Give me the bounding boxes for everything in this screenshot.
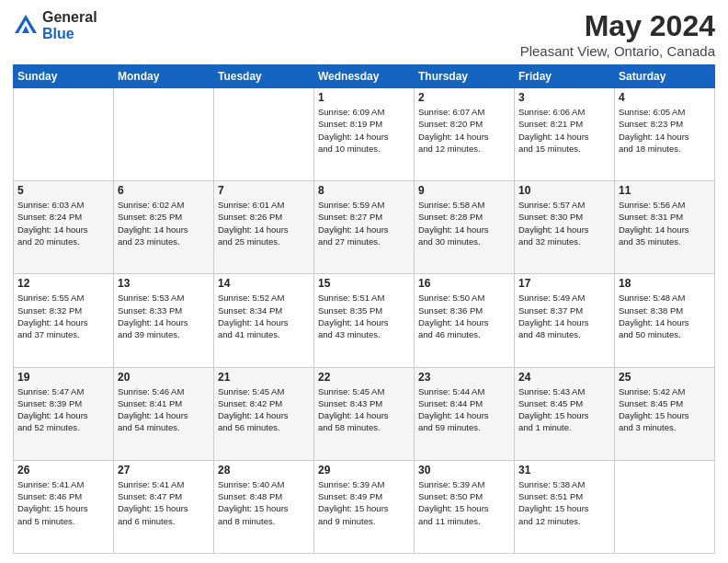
calendar-cell: 14Sunrise: 5:52 AM Sunset: 8:34 PM Dayli… (214, 274, 314, 367)
calendar-cell: 9Sunrise: 5:58 AM Sunset: 8:28 PM Daylig… (415, 181, 515, 274)
main-title: May 2024 (520, 9, 715, 43)
day-info: Sunrise: 5:58 AM Sunset: 8:28 PM Dayligh… (418, 199, 510, 247)
logo-text: General Blue (42, 9, 97, 41)
day-number: 25 (619, 371, 711, 384)
day-info: Sunrise: 5:41 AM Sunset: 8:46 PM Dayligh… (17, 478, 109, 527)
day-number: 2 (418, 91, 510, 104)
day-info: Sunrise: 5:39 AM Sunset: 8:49 PM Dayligh… (318, 478, 410, 527)
calendar-week-4: 19Sunrise: 5:47 AM Sunset: 8:39 PM Dayli… (14, 367, 715, 460)
day-info: Sunrise: 6:09 AM Sunset: 8:19 PM Dayligh… (318, 106, 410, 155)
day-info: Sunrise: 6:07 AM Sunset: 8:20 PM Dayligh… (418, 106, 510, 155)
calendar-cell: 20Sunrise: 5:46 AM Sunset: 8:41 PM Dayli… (114, 367, 214, 460)
day-number: 1 (318, 91, 410, 104)
day-number: 23 (418, 371, 510, 384)
calendar-cell: 2Sunrise: 6:07 AM Sunset: 8:20 PM Daylig… (415, 88, 515, 181)
calendar-cell: 11Sunrise: 5:56 AM Sunset: 8:31 PM Dayli… (615, 181, 715, 274)
day-info: Sunrise: 5:46 AM Sunset: 8:41 PM Dayligh… (118, 385, 210, 434)
day-number: 4 (619, 91, 711, 104)
calendar-cell: 29Sunrise: 5:39 AM Sunset: 8:49 PM Dayli… (314, 460, 415, 553)
col-sunday: Sunday (14, 65, 114, 88)
day-info: Sunrise: 5:38 AM Sunset: 8:51 PM Dayligh… (518, 478, 610, 527)
subtitle: Pleasant View, Ontario, Canada (520, 43, 715, 59)
day-info: Sunrise: 5:57 AM Sunset: 8:30 PM Dayligh… (518, 199, 610, 247)
day-number: 26 (17, 464, 109, 477)
calendar-cell: 24Sunrise: 5:43 AM Sunset: 8:45 PM Dayli… (515, 367, 615, 460)
day-info: Sunrise: 5:49 AM Sunset: 8:37 PM Dayligh… (518, 292, 610, 340)
day-info: Sunrise: 5:59 AM Sunset: 8:27 PM Dayligh… (318, 199, 410, 247)
calendar-cell: 18Sunrise: 5:48 AM Sunset: 8:38 PM Dayli… (615, 274, 715, 367)
day-info: Sunrise: 5:40 AM Sunset: 8:48 PM Dayligh… (218, 478, 310, 527)
calendar-cell: 6Sunrise: 6:02 AM Sunset: 8:25 PM Daylig… (114, 181, 214, 274)
day-number: 14 (218, 277, 310, 290)
day-number: 3 (518, 91, 610, 104)
col-tuesday: Tuesday (214, 65, 314, 88)
day-number: 10 (518, 184, 610, 197)
day-number: 5 (17, 184, 109, 197)
day-info: Sunrise: 5:53 AM Sunset: 8:33 PM Dayligh… (118, 292, 210, 340)
calendar-cell (14, 88, 114, 181)
day-info: Sunrise: 5:42 AM Sunset: 8:45 PM Dayligh… (619, 385, 711, 434)
calendar-cell: 26Sunrise: 5:41 AM Sunset: 8:46 PM Dayli… (14, 460, 114, 553)
day-number: 22 (318, 371, 410, 384)
calendar-cell (114, 88, 214, 181)
day-number: 30 (418, 464, 510, 477)
col-monday: Monday (114, 65, 214, 88)
calendar-cell: 8Sunrise: 5:59 AM Sunset: 8:27 PM Daylig… (314, 181, 415, 274)
calendar-week-1: 1Sunrise: 6:09 AM Sunset: 8:19 PM Daylig… (14, 88, 715, 181)
day-number: 15 (318, 277, 410, 290)
calendar-cell: 21Sunrise: 5:45 AM Sunset: 8:42 PM Dayli… (214, 367, 314, 460)
day-number: 19 (17, 371, 109, 384)
day-info: Sunrise: 5:45 AM Sunset: 8:43 PM Dayligh… (318, 385, 410, 434)
calendar-cell: 16Sunrise: 5:50 AM Sunset: 8:36 PM Dayli… (415, 274, 515, 367)
day-number: 12 (17, 277, 109, 290)
day-info: Sunrise: 6:02 AM Sunset: 8:25 PM Dayligh… (118, 199, 210, 247)
day-info: Sunrise: 5:56 AM Sunset: 8:31 PM Dayligh… (619, 199, 711, 247)
calendar-cell: 15Sunrise: 5:51 AM Sunset: 8:35 PM Dayli… (314, 274, 415, 367)
day-info: Sunrise: 5:41 AM Sunset: 8:47 PM Dayligh… (118, 478, 210, 527)
day-number: 6 (118, 184, 210, 197)
calendar-header-row: Sunday Monday Tuesday Wednesday Thursday… (14, 65, 715, 88)
calendar-cell (214, 88, 314, 181)
calendar-cell: 19Sunrise: 5:47 AM Sunset: 8:39 PM Dayli… (14, 367, 114, 460)
calendar-cell: 3Sunrise: 6:06 AM Sunset: 8:21 PM Daylig… (515, 88, 615, 181)
day-info: Sunrise: 5:44 AM Sunset: 8:44 PM Dayligh… (418, 385, 510, 434)
day-info: Sunrise: 5:43 AM Sunset: 8:45 PM Dayligh… (518, 385, 610, 434)
calendar-week-5: 26Sunrise: 5:41 AM Sunset: 8:46 PM Dayli… (14, 460, 715, 553)
title-block: May 2024 Pleasant View, Ontario, Canada (520, 9, 715, 59)
day-number: 17 (518, 277, 610, 290)
day-info: Sunrise: 5:45 AM Sunset: 8:42 PM Dayligh… (218, 385, 310, 434)
day-info: Sunrise: 5:47 AM Sunset: 8:39 PM Dayligh… (17, 385, 109, 434)
col-friday: Friday (515, 65, 615, 88)
calendar-cell: 1Sunrise: 6:09 AM Sunset: 8:19 PM Daylig… (314, 88, 415, 181)
calendar-cell: 25Sunrise: 5:42 AM Sunset: 8:45 PM Dayli… (615, 367, 715, 460)
calendar-cell: 30Sunrise: 5:39 AM Sunset: 8:50 PM Dayli… (415, 460, 515, 553)
calendar-cell: 13Sunrise: 5:53 AM Sunset: 8:33 PM Dayli… (114, 274, 214, 367)
calendar-cell (615, 460, 715, 553)
col-wednesday: Wednesday (314, 65, 415, 88)
day-number: 9 (418, 184, 510, 197)
day-number: 7 (218, 184, 310, 197)
day-number: 28 (218, 464, 310, 477)
day-number: 21 (218, 371, 310, 384)
day-info: Sunrise: 5:39 AM Sunset: 8:50 PM Dayligh… (418, 478, 510, 527)
calendar-week-3: 12Sunrise: 5:55 AM Sunset: 8:32 PM Dayli… (14, 274, 715, 367)
col-thursday: Thursday (415, 65, 515, 88)
calendar-cell: 7Sunrise: 6:01 AM Sunset: 8:26 PM Daylig… (214, 181, 314, 274)
day-number: 11 (619, 184, 711, 197)
logo-icon (13, 13, 39, 39)
day-info: Sunrise: 6:06 AM Sunset: 8:21 PM Dayligh… (518, 106, 610, 155)
calendar-cell: 17Sunrise: 5:49 AM Sunset: 8:37 PM Dayli… (515, 274, 615, 367)
day-number: 31 (518, 464, 610, 477)
day-number: 16 (418, 277, 510, 290)
day-info: Sunrise: 6:05 AM Sunset: 8:23 PM Dayligh… (619, 106, 711, 155)
day-number: 24 (518, 371, 610, 384)
header: General Blue May 2024 Pleasant View, Ont… (13, 9, 715, 59)
day-info: Sunrise: 6:01 AM Sunset: 8:26 PM Dayligh… (218, 199, 310, 247)
calendar: Sunday Monday Tuesday Wednesday Thursday… (13, 64, 715, 554)
calendar-cell: 27Sunrise: 5:41 AM Sunset: 8:47 PM Dayli… (114, 460, 214, 553)
calendar-cell: 10Sunrise: 5:57 AM Sunset: 8:30 PM Dayli… (515, 181, 615, 274)
calendar-week-2: 5Sunrise: 6:03 AM Sunset: 8:24 PM Daylig… (14, 181, 715, 274)
calendar-cell: 28Sunrise: 5:40 AM Sunset: 8:48 PM Dayli… (214, 460, 314, 553)
day-number: 13 (118, 277, 210, 290)
calendar-cell: 23Sunrise: 5:44 AM Sunset: 8:44 PM Dayli… (415, 367, 515, 460)
